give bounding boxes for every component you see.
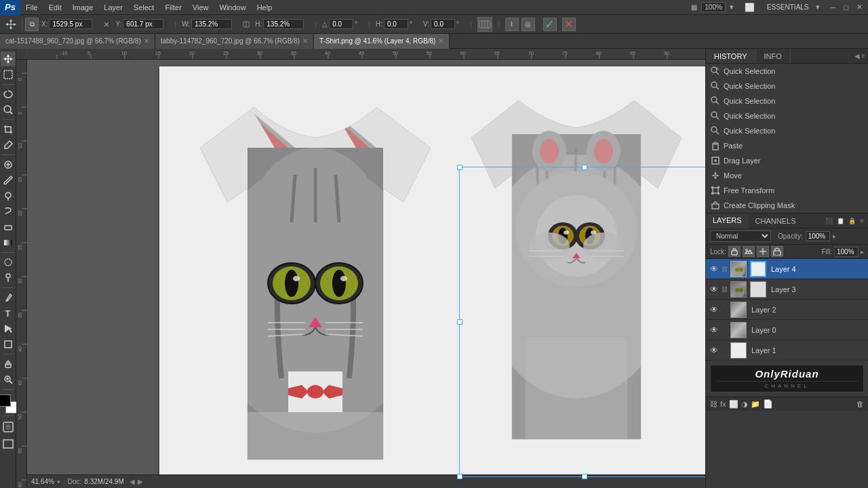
interpolation-icon[interactable] bbox=[477, 17, 492, 32]
shape-tool[interactable] bbox=[1, 337, 16, 352]
h-input[interactable] bbox=[263, 19, 304, 29]
close-btn[interactable]: ✕ bbox=[854, 3, 865, 12]
canvas-area[interactable]: 41.64% ▾ | Doc: 8.32M/24.9M ◀ ▶ bbox=[27, 60, 705, 488]
w-input[interactable] bbox=[191, 19, 232, 29]
history-tab[interactable]: HISTORY bbox=[706, 49, 756, 63]
quick-select-tool[interactable] bbox=[1, 102, 16, 117]
history-item-4[interactable]: Quick Selection bbox=[706, 123, 868, 138]
layer-2-vis[interactable]: 👁 bbox=[709, 304, 719, 315]
history-brush-tool[interactable] bbox=[1, 204, 16, 219]
zoom-tool[interactable] bbox=[1, 372, 16, 387]
warp-icon[interactable]: ⌇ bbox=[505, 18, 519, 31]
tab-1-close[interactable]: ✕ bbox=[302, 37, 308, 45]
layers-icon-3[interactable]: 🔒 bbox=[847, 216, 857, 226]
lasso-tool[interactable] bbox=[1, 87, 16, 102]
menu-edit[interactable]: Edit bbox=[43, 2, 67, 13]
screen-mode-btn[interactable] bbox=[1, 436, 16, 451]
history-item-2[interactable]: Quick Selection bbox=[706, 94, 868, 108]
new-group-btn[interactable]: 📁 bbox=[751, 400, 760, 409]
fg-color[interactable] bbox=[0, 394, 11, 407]
opacity-input[interactable] bbox=[806, 231, 830, 241]
lock-transparent-btn[interactable] bbox=[728, 246, 741, 257]
layer-0-vis[interactable]: 👁 bbox=[709, 325, 719, 336]
move-tool[interactable] bbox=[1, 52, 16, 66]
layers-icon-2[interactable]: 📋 bbox=[835, 216, 846, 226]
menu-image[interactable]: Image bbox=[67, 2, 99, 13]
zoom-dropdown-btn[interactable]: ▾ bbox=[57, 479, 60, 485]
brush-tool[interactable] bbox=[1, 173, 16, 188]
essentials-dropdown[interactable]: ▾ bbox=[813, 3, 823, 12]
tab-2[interactable]: T-Shirt.png @ 41.6% (Layer 4, RGB/8) ✕ bbox=[314, 34, 450, 49]
layer-item-0[interactable]: 👁 Layer 0 bbox=[706, 320, 868, 340]
eraser-tool[interactable] bbox=[1, 220, 16, 235]
y-input[interactable] bbox=[123, 19, 163, 29]
menu-window[interactable]: Window bbox=[214, 2, 252, 13]
marquee-tool[interactable] bbox=[1, 67, 16, 82]
crop-tool[interactable] bbox=[1, 122, 16, 137]
color-swatches[interactable] bbox=[0, 394, 18, 413]
commit-transform-icon[interactable]: ✓ bbox=[543, 18, 557, 31]
layer-item-1[interactable]: 👁 Layer 1 bbox=[706, 340, 868, 361]
layer-item-2[interactable]: 👁 Layer 2 bbox=[706, 300, 868, 320]
zoom-dropdown[interactable]: ▾ bbox=[727, 3, 736, 12]
tab-0-close[interactable]: ✕ bbox=[144, 37, 149, 45]
minimize-btn[interactable]: ─ bbox=[828, 3, 839, 12]
delete-layer-btn[interactable]: 🗑 bbox=[856, 400, 864, 408]
doc-nav-left[interactable]: ◀ bbox=[130, 478, 135, 485]
tab-0[interactable]: cat-1517488_960_720.jpg @ 66.7% (RGB/8) … bbox=[0, 34, 155, 49]
history-item-0[interactable]: Quick Selection bbox=[706, 64, 868, 79]
channels-tab[interactable]: CHANNELS bbox=[749, 214, 803, 228]
cancel-transform-icon[interactable]: ✕ bbox=[562, 18, 576, 31]
menu-view[interactable]: View bbox=[187, 2, 214, 13]
clone-stamp-tool[interactable] bbox=[1, 188, 16, 203]
tab-1[interactable]: tabby-114782_960_720.jpg @ 66.7% (RGB/8)… bbox=[155, 34, 314, 49]
path-select-tool[interactable] bbox=[1, 321, 16, 336]
toggle-ref-icon[interactable]: ◎ bbox=[521, 18, 535, 31]
skew-h-input[interactable] bbox=[384, 19, 408, 29]
layer-4-vis[interactable]: 👁 bbox=[709, 264, 719, 274]
menu-filter[interactable]: Filter bbox=[159, 2, 186, 13]
history-item-3[interactable]: Quick Selection bbox=[706, 108, 868, 123]
layer-fx-btn[interactable]: fx bbox=[720, 400, 726, 408]
fill-input[interactable] bbox=[834, 247, 859, 257]
tab-2-close[interactable]: ✕ bbox=[438, 37, 443, 45]
move-tool-icon[interactable] bbox=[3, 16, 19, 33]
info-tab[interactable]: INFO bbox=[756, 49, 791, 63]
history-item-9[interactable]: Create Clipping Mask bbox=[706, 198, 868, 213]
type-tool[interactable]: T bbox=[1, 306, 16, 321]
layers-icon-1[interactable]: ⬛ bbox=[824, 216, 834, 226]
menu-file[interactable]: File bbox=[20, 2, 43, 13]
lock-all-btn[interactable] bbox=[771, 246, 783, 257]
hand-tool[interactable] bbox=[1, 357, 16, 371]
layers-panel-menu[interactable]: ≡ bbox=[859, 216, 865, 226]
doc-nav-right[interactable]: ▶ bbox=[138, 478, 143, 485]
layer-item-4[interactable]: 👁 ⛓ Layer 4 bbox=[706, 259, 868, 279]
lock-position-btn[interactable] bbox=[757, 246, 769, 257]
new-layer-btn[interactable]: 📄 bbox=[763, 399, 773, 409]
adjustment-layer-btn[interactable]: ◑ bbox=[741, 400, 748, 409]
blend-mode-select[interactable]: Normal Dissolve Multiply Screen bbox=[710, 230, 771, 242]
blur-tool[interactable] bbox=[1, 255, 16, 270]
layer-item-3[interactable]: 👁 ⛓ Layer 3 bbox=[706, 279, 868, 300]
maximize-btn[interactable]: □ bbox=[841, 3, 851, 12]
skew-v-input[interactable] bbox=[431, 19, 455, 29]
add-mask-btn[interactable]: ⬜ bbox=[729, 400, 738, 409]
history-item-1[interactable]: Quick Selection bbox=[706, 79, 868, 94]
x-input[interactable] bbox=[49, 19, 92, 29]
lock-image-btn[interactable] bbox=[743, 246, 755, 257]
menu-select[interactable]: Select bbox=[128, 2, 160, 13]
heal-tool[interactable] bbox=[1, 157, 16, 172]
rot-input[interactable] bbox=[329, 19, 353, 29]
layers-tab[interactable]: LAYERS bbox=[706, 214, 749, 228]
panel-collapse-btn[interactable]: ◀ bbox=[854, 52, 860, 60]
history-item-7[interactable]: Move bbox=[706, 168, 868, 183]
pen-tool[interactable] bbox=[1, 290, 16, 305]
layer-1-vis[interactable]: 👁 bbox=[709, 345, 719, 356]
menu-layer[interactable]: Layer bbox=[98, 2, 128, 13]
layer-3-vis[interactable]: 👁 bbox=[709, 284, 719, 295]
transform-options-icon[interactable]: ⧉ bbox=[25, 18, 39, 31]
gradient-tool[interactable] bbox=[1, 235, 16, 250]
essentials-label[interactable]: ESSENTIALS bbox=[764, 3, 812, 11]
quick-mask-btn[interactable] bbox=[1, 420, 16, 434]
menu-help[interactable]: Help bbox=[252, 2, 278, 13]
